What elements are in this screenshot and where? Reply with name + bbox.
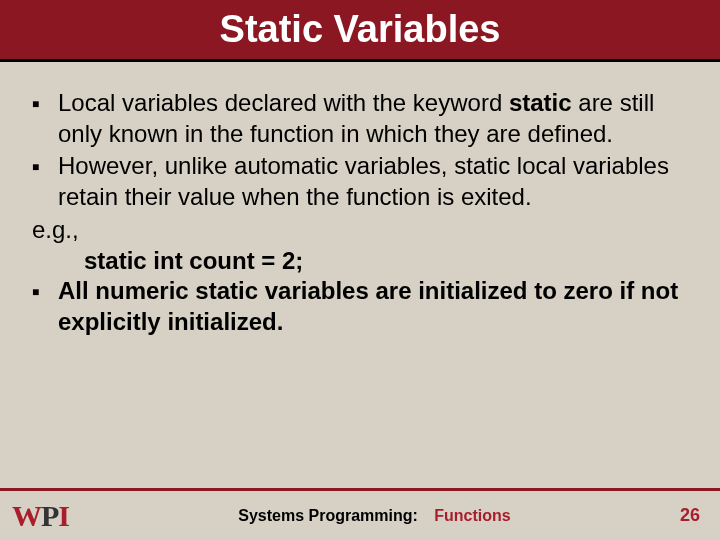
- wpi-logo: WPI: [12, 499, 69, 533]
- bullet-icon: ■: [32, 151, 58, 212]
- code-example: static int count = 2;: [32, 246, 688, 277]
- bullet-item: ■ However, unlike automatic variables, s…: [32, 151, 688, 212]
- footer-topic: Functions: [434, 507, 510, 524]
- footer-caption: Systems Programming: Functions: [69, 507, 680, 525]
- slide-title: Static Variables: [220, 8, 501, 51]
- example-label: e.g.,: [32, 215, 688, 246]
- bullet-item: ■ Local variables declared with the keyw…: [32, 88, 688, 149]
- page-number: 26: [680, 505, 700, 526]
- logo-letter: P: [41, 499, 58, 533]
- footer-bar: WPI Systems Programming: Functions 26: [0, 488, 720, 540]
- logo-letter: I: [58, 499, 69, 533]
- bullet-icon: ■: [32, 276, 58, 337]
- text-run: Local variables declared with the keywor…: [58, 89, 509, 116]
- bullet-text: However, unlike automatic variables, sta…: [58, 151, 688, 212]
- bullet-text: All numeric static variables are initial…: [58, 276, 688, 337]
- bullet-item: ■ All numeric static variables are initi…: [32, 276, 688, 337]
- logo-letter: W: [12, 499, 41, 533]
- footer-course: Systems Programming:: [238, 507, 418, 524]
- bullet-icon: ■: [32, 88, 58, 149]
- title-bar: Static Variables: [0, 0, 720, 62]
- slide-body: ■ Local variables declared with the keyw…: [0, 62, 720, 338]
- bullet-text: Local variables declared with the keywor…: [58, 88, 688, 149]
- text-bold: static: [509, 89, 572, 116]
